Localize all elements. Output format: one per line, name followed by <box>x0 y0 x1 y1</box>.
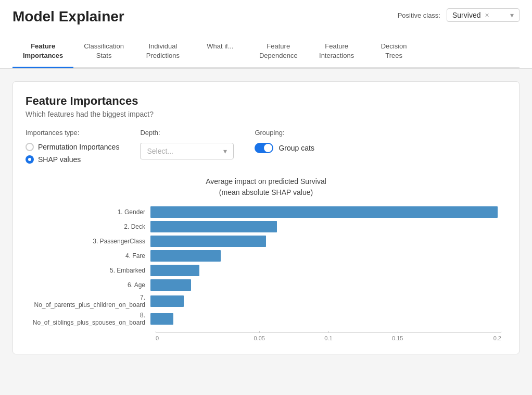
radio-permutation-circle <box>26 143 34 151</box>
bar-container <box>150 313 501 325</box>
grouping-label: Grouping: <box>255 129 314 137</box>
bar-fill <box>150 279 191 291</box>
x-axis: 00.050.10.150.2 <box>156 332 501 341</box>
feature-importances-card: Feature Importances Which features had t… <box>12 81 520 354</box>
group-cats-toggle[interactable] <box>255 143 273 153</box>
bar-label: 3. PassengerClass <box>31 238 150 245</box>
bar-fill <box>150 250 221 262</box>
bar-row: 7. No_of_parents_plus_children_on_board <box>31 294 501 308</box>
depth-placeholder: Select... <box>147 147 173 155</box>
depth-arrow-icon: ▾ <box>223 147 227 155</box>
radio-permutation-label: Permutation Importances <box>38 143 119 151</box>
card-subtitle: Which features had the biggest impact? <box>26 110 506 118</box>
bar-container <box>150 295 501 307</box>
bar-chart: 1. Gender2. Deck3. PassengerClass4. Fare… <box>31 206 501 329</box>
grouping-group: Grouping: Group cats <box>255 129 314 153</box>
radio-shap[interactable]: SHAP values <box>26 155 119 164</box>
group-cats-label: Group cats <box>278 144 314 152</box>
bar-container <box>150 279 501 291</box>
tab-feature-interactions[interactable]: FeatureInteractions <box>308 35 365 68</box>
tab-feature-importances[interactable]: FeatureImportances <box>12 35 73 68</box>
bar-row: 3. PassengerClass <box>31 236 501 247</box>
bar-fill <box>150 206 498 218</box>
x-tick: 0.2 <box>432 333 501 341</box>
bar-label: 1. Gender <box>31 208 150 216</box>
depth-group: Depth: Select... ▾ <box>140 129 234 159</box>
selected-class-tag: Survived <box>452 11 480 19</box>
bar-row: 4. Fare <box>31 250 501 262</box>
bar-row: 2. Deck <box>31 221 501 232</box>
bar-fill <box>150 295 184 307</box>
bar-row: 6. Age <box>31 279 501 291</box>
depth-select[interactable]: Select... ▾ <box>140 143 234 159</box>
bar-label: 5. Embarked <box>31 267 150 274</box>
importances-type-label: Importances type: <box>26 129 119 137</box>
depth-label: Depth: <box>140 129 234 137</box>
x-tick: 0 <box>156 333 225 341</box>
app-title: Model Explainer <box>12 8 124 25</box>
bar-container <box>150 206 501 218</box>
tab-feature-dependence[interactable]: FeatureDependence <box>249 35 308 68</box>
x-tick: 0.1 <box>294 333 363 341</box>
tabs-bar: FeatureImportances ClassificationStats I… <box>12 35 520 68</box>
chart-title-line2: (mean absolute SHAP value) <box>219 188 313 196</box>
bar-label: 4. Fare <box>31 252 150 260</box>
bar-label: 8. No_of_siblings_plus_spouses_on_board <box>31 312 150 326</box>
bar-container <box>150 265 501 276</box>
tab-what-if[interactable]: What if... <box>192 35 249 68</box>
bar-fill <box>150 265 199 276</box>
bar-label: 2. Deck <box>31 223 150 230</box>
tab-individual-predictions[interactable]: IndividualPredictions <box>134 35 192 68</box>
tab-classification-stats[interactable]: ClassificationStats <box>73 35 134 68</box>
radio-shap-circle <box>26 155 34 164</box>
class-close-icon[interactable]: × <box>485 11 489 19</box>
bar-label: 6. Age <box>31 281 150 289</box>
bar-container <box>150 236 501 247</box>
positive-class-row: Positive class: Survived × ▾ <box>398 8 520 26</box>
x-tick: 0.05 <box>225 333 294 341</box>
bar-fill <box>150 236 266 247</box>
card-title: Feature Importances <box>26 94 506 108</box>
tab-decision-trees[interactable]: DecisionTrees <box>365 35 423 68</box>
bar-row: 8. No_of_siblings_plus_spouses_on_board <box>31 312 501 326</box>
positive-class-label: Positive class: <box>398 11 440 19</box>
bar-container <box>150 250 501 262</box>
class-arrow-icon[interactable]: ▾ <box>510 11 514 19</box>
chart-area: Average impact on predicted Survival (me… <box>26 176 506 341</box>
bar-container <box>150 221 501 232</box>
x-tick: 0.15 <box>363 333 432 341</box>
controls-row: Importances type: Permutation Importance… <box>26 129 506 164</box>
bar-row: 5. Embarked <box>31 265 501 276</box>
radio-shap-label: SHAP values <box>38 155 81 164</box>
main-content: Feature Importances Which features had t… <box>0 69 532 367</box>
class-select[interactable]: Survived × ▾ <box>447 8 520 22</box>
radio-permutation[interactable]: Permutation Importances <box>26 143 119 151</box>
bar-label: 7. No_of_parents_plus_children_on_board <box>31 294 150 308</box>
chart-title-line1: Average impact on predicted Survival <box>206 177 326 186</box>
bar-row: 1. Gender <box>31 206 501 218</box>
importances-type-group: Importances type: Permutation Importance… <box>26 129 119 164</box>
chart-title: Average impact on predicted Survival (me… <box>31 176 501 198</box>
bar-fill <box>150 221 277 232</box>
radio-group: Permutation Importances SHAP values <box>26 143 119 164</box>
grouping-row: Group cats <box>255 143 314 153</box>
header: Model Explainer Positive class: Survived… <box>0 0 532 69</box>
bar-fill <box>150 313 173 325</box>
